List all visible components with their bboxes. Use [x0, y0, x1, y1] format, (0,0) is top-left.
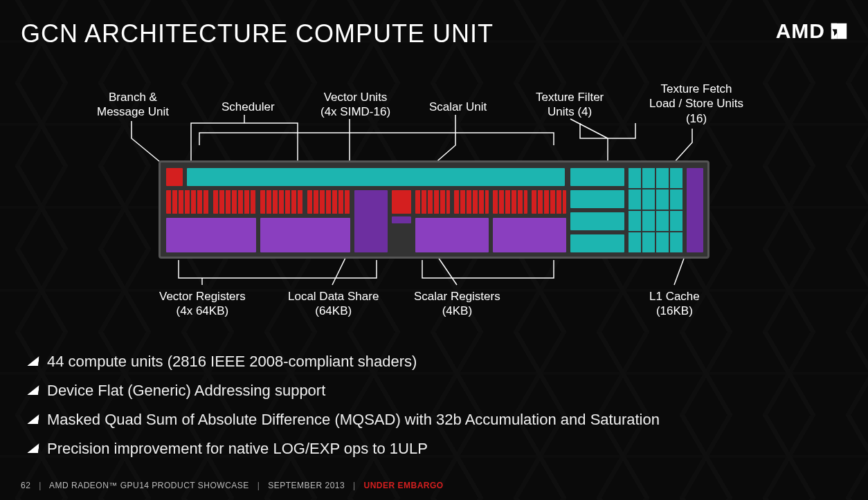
label-vector-registers: Vector Registers(4x 64KB)	[159, 289, 246, 319]
label-texture-fetch: Texture FetchLoad / Store Units(16)	[649, 82, 743, 126]
amd-arrow-icon	[829, 21, 849, 41]
texture-filter-block-3	[570, 212, 624, 230]
label-texture-filter: Texture FilterUnits (4)	[536, 90, 604, 120]
compute-unit-box	[159, 160, 709, 259]
texture-filter-block-2	[570, 190, 624, 208]
local-data-share-block	[354, 190, 388, 252]
scalar-registers-block	[392, 216, 411, 223]
vector-unit-simd	[532, 190, 566, 214]
vector-unit-simd	[493, 190, 527, 214]
bullet-item: Device Flat (Generic) Addressing support	[28, 382, 660, 400]
bullet-item: 44 compute units (2816 IEEE 2008-complia…	[28, 353, 660, 371]
label-scalar-unit: Scalar Unit	[429, 100, 487, 114]
label-local-data-share: Local Data Share(64KB)	[288, 289, 379, 319]
amd-logo: AMD	[776, 19, 849, 43]
label-scheduler: Scheduler	[221, 100, 275, 114]
slide-title: GCN ARCHITECTURE COMPUTE UNIT	[21, 19, 494, 48]
vector-unit-simd	[307, 190, 350, 214]
amd-logo-text: AMD	[776, 19, 825, 43]
bullet-list: 44 compute units (2816 IEEE 2008-complia…	[28, 353, 660, 469]
diagram-stage: Branch &Message Unit Scheduler Vector Un…	[0, 69, 868, 339]
vector-unit-simd	[415, 190, 450, 214]
scheduler-block	[187, 168, 565, 186]
vector-unit-simd	[166, 190, 209, 214]
branch-message-unit-block	[166, 168, 183, 186]
bullet-item: Masked Quad Sum of Absolute Difference (…	[28, 411, 660, 429]
label-vector-units: Vector Units(4x SIMD-16)	[320, 90, 390, 120]
vector-registers-block	[493, 218, 566, 252]
footer-page: 62	[21, 481, 30, 490]
vector-unit-simd	[213, 190, 256, 214]
slide-footer: 62 | AMD RADEON™ GPU14 PRODUCT SHOWCASE …	[21, 481, 444, 490]
bullet-item: Precision improvement for native LOG/EXP…	[28, 440, 660, 458]
footer-product: AMD RADEON™ GPU14 PRODUCT SHOWCASE	[49, 481, 249, 490]
label-branch-message: Branch &Message Unit	[97, 90, 169, 120]
svg-line-6	[570, 119, 608, 138]
footer-embargo: UNDER EMBARGO	[364, 481, 444, 490]
label-scalar-registers: Scalar Registers(4KB)	[414, 289, 500, 319]
texture-fetch-grid	[629, 168, 682, 252]
vector-registers-block	[415, 218, 489, 252]
vector-unit-simd	[260, 190, 303, 214]
scalar-unit-block	[392, 190, 411, 214]
texture-filter-block-1	[570, 168, 624, 186]
vector-registers-block	[166, 218, 256, 252]
footer-date: SEPTEMBER 2013	[268, 481, 345, 490]
vector-registers-block	[260, 218, 350, 252]
l1-cache-block	[687, 168, 703, 252]
label-l1-cache: L1 Cache(16KB)	[649, 289, 700, 319]
texture-filter-block-4	[570, 234, 624, 252]
vector-unit-simd	[454, 190, 489, 214]
